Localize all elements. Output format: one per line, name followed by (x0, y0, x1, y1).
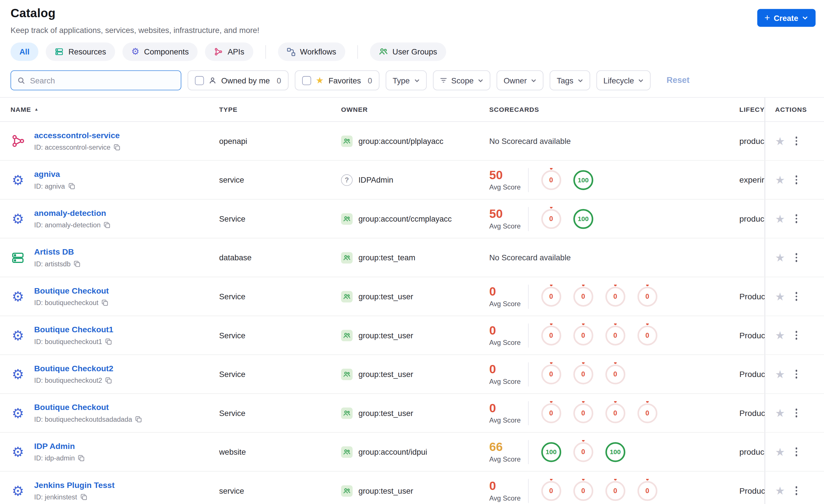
entity-id: ID: boutiquecheckout2 (34, 376, 102, 384)
kebab-menu-icon[interactable] (794, 174, 799, 186)
favorite-star-icon[interactable]: ★ (775, 174, 785, 185)
copy-icon[interactable] (105, 377, 112, 384)
tab-user-groups[interactable]: User Groups (370, 42, 446, 61)
scorecard-circle[interactable]: 0 (573, 481, 593, 501)
scorecard-circle[interactable]: 0 (573, 364, 593, 384)
kebab-menu-icon[interactable] (794, 368, 799, 380)
entity-name-link[interactable]: agniva (34, 170, 60, 178)
favorite-star-icon[interactable]: ★ (775, 213, 785, 224)
owned-by-me-checkbox[interactable] (195, 76, 204, 85)
entity-name-link[interactable]: anomaly-detection (34, 209, 106, 217)
entity-name-link[interactable]: IDP Admin (34, 442, 75, 451)
scorecard-circle[interactable]: 0 (605, 326, 625, 346)
favorite-star-icon[interactable]: ★ (775, 330, 785, 341)
owner-dropdown[interactable]: Owner (497, 70, 543, 90)
scorecard-circle[interactable]: 0 (605, 403, 625, 423)
kebab-menu-icon[interactable] (794, 213, 799, 225)
favorite-star-icon[interactable]: ★ (775, 291, 785, 302)
tab-apis[interactable]: APIs (205, 42, 253, 61)
scorecard-circle[interactable]: 0 (541, 286, 561, 306)
scorecard-circle[interactable]: 100 (573, 209, 593, 229)
group-icon (341, 213, 352, 225)
kebab-menu-icon[interactable] (794, 252, 799, 263)
favorites-count: 0 (368, 76, 372, 85)
entity-name-link[interactable]: Boutique Checkout2 (34, 364, 113, 373)
scope-dropdown[interactable]: Scope (433, 70, 491, 90)
scorecard-circle[interactable]: 0 (573, 326, 593, 346)
scorecard-circle[interactable]: 0 (541, 481, 561, 501)
scorecard-circle[interactable]: 0 (541, 326, 561, 346)
scorecard-circle[interactable]: 0 (637, 403, 657, 423)
copy-icon[interactable] (74, 260, 81, 267)
lifecycle-dropdown[interactable]: Lifecycle (597, 70, 651, 90)
copy-icon[interactable] (80, 494, 87, 501)
kebab-menu-icon[interactable] (794, 407, 799, 419)
scorecard-circle[interactable]: 100 (573, 170, 593, 190)
tags-dropdown[interactable]: Tags (550, 70, 590, 90)
avg-score-value: 0 (489, 324, 520, 337)
scorecard-circle[interactable]: 100 (541, 442, 561, 462)
tab-resources[interactable]: Resources (46, 42, 115, 61)
entity-name-link[interactable]: accesscontrol-service (34, 131, 120, 140)
scorecard-circle[interactable]: 0 (637, 326, 657, 346)
scorecard-circle[interactable]: 0 (573, 442, 593, 462)
kebab-menu-icon[interactable] (794, 446, 799, 458)
entity-name-link[interactable]: Artists DB (34, 247, 74, 256)
owned-by-me-filter[interactable]: Owned by me 0 (188, 70, 288, 90)
favorite-star-icon[interactable]: ★ (775, 136, 785, 146)
favorite-star-icon[interactable]: ★ (775, 485, 785, 496)
favorites-checkbox[interactable] (302, 76, 311, 85)
table-row: accesscontrol-service ID: accesscontrol-… (0, 122, 824, 161)
scorecard-circle[interactable]: 0 (605, 481, 625, 501)
column-header-actions: ACTIONS (764, 98, 824, 121)
group-icon (341, 368, 352, 380)
reset-filters-link[interactable]: Reset (666, 76, 690, 85)
create-button[interactable]: + Create (757, 9, 816, 27)
scorecard-circle[interactable]: 0 (637, 481, 657, 501)
copy-icon[interactable] (114, 144, 120, 151)
entity-name-link[interactable]: Boutique Checkout (34, 286, 109, 295)
copy-icon[interactable] (135, 416, 142, 423)
copy-icon[interactable] (104, 222, 111, 229)
entity-name-link[interactable]: Jenkins Plugin Tesst (34, 481, 114, 489)
favorite-star-icon[interactable]: ★ (775, 252, 785, 263)
favorites-filter[interactable]: ★ Favorites 0 (295, 70, 379, 90)
search-input[interactable] (30, 76, 175, 85)
scorecard-circle[interactable]: 0 (637, 286, 657, 306)
scorecard-circle[interactable]: 0 (541, 209, 561, 229)
column-header-name[interactable]: NAME ▲ (0, 106, 209, 113)
kebab-menu-icon[interactable] (794, 485, 799, 497)
group-icon (341, 135, 352, 147)
entity-name-link[interactable]: Boutique Checkout1 (34, 325, 113, 334)
scorecard-circle[interactable]: 100 (605, 442, 625, 462)
scorecard-circle[interactable]: 0 (573, 403, 593, 423)
scorecard-circle[interactable]: 0 (541, 364, 561, 384)
favorite-star-icon[interactable]: ★ (775, 447, 785, 457)
entity-name-link[interactable]: Boutique Checkout (34, 403, 109, 412)
workflows-icon (287, 47, 295, 56)
copy-icon[interactable] (78, 455, 85, 462)
favorite-star-icon[interactable]: ★ (775, 407, 785, 418)
tab-all[interactable]: All (11, 42, 38, 61)
scorecard-circle[interactable]: 0 (541, 170, 561, 190)
avg-score-label: Avg Score (489, 494, 520, 502)
kebab-menu-icon[interactable] (794, 290, 799, 302)
kebab-menu-icon[interactable] (794, 135, 799, 147)
scorecard-circle[interactable]: 0 (541, 403, 561, 423)
kebab-menu-icon[interactable] (794, 330, 799, 341)
scorecard-circle[interactable]: 0 (605, 364, 625, 384)
type-dropdown[interactable]: Type (386, 70, 427, 90)
copy-icon[interactable] (102, 299, 108, 306)
type-cell: Service (209, 370, 330, 378)
copy-icon[interactable] (68, 182, 75, 190)
avg-score-label: Avg Score (489, 222, 520, 230)
table-row: ⚙ IDP Admin ID: idp-admin website group:… (0, 432, 824, 472)
tab-components[interactable]: ⚙ Components (122, 42, 198, 61)
favorite-star-icon[interactable]: ★ (775, 369, 785, 380)
scorecard-circle[interactable]: 0 (605, 286, 625, 306)
avg-score-label: Avg Score (489, 416, 520, 424)
tab-label: APIs (227, 47, 244, 56)
scorecard-circle[interactable]: 0 (573, 286, 593, 306)
tab-workflows[interactable]: Workflows (278, 42, 345, 61)
copy-icon[interactable] (105, 338, 112, 345)
